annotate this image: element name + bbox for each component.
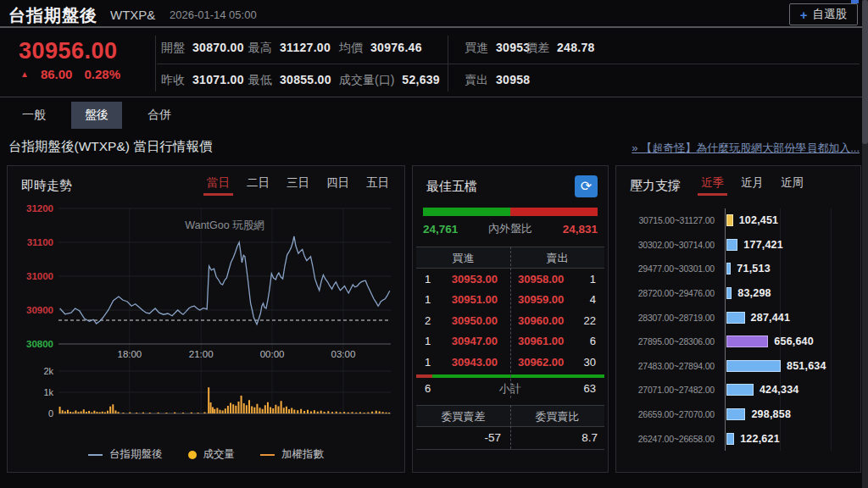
pressure-row: 26247.00~26658.00122,621	[625, 426, 854, 451]
sell-volume: 22	[570, 314, 604, 327]
trend-panel-title: 即時走勢	[21, 178, 72, 194]
pressure-support-panel: 壓力支撐 近季近月近周 30715.00~31127.00102,4513030…	[615, 165, 861, 473]
svg-text:2k: 2k	[43, 366, 53, 376]
promo-link[interactable]: » 【超奇怪】為什麼玩股網大部份學員都加入...	[632, 141, 860, 156]
last-price: 30956.00	[19, 38, 118, 64]
trend-tab-當日[interactable]: 當日	[207, 175, 230, 196]
svg-text:03:00: 03:00	[331, 349, 356, 359]
quote-field-prev-close: 昨收31071.00	[161, 73, 244, 88]
trend-chart: 3120031100310003090030800WantGoo 玩股網18:0…	[9, 200, 403, 422]
tab-合併[interactable]: 合併	[134, 102, 185, 129]
svg-text:31000: 31000	[26, 271, 53, 281]
buy-volume: 2	[416, 314, 445, 327]
bid-label: 買進	[465, 41, 488, 54]
sell-price: 30958.00	[508, 273, 570, 286]
up-triangle-icon: ▲	[20, 69, 29, 79]
pressure-row: 29477.00~30301.0071,513	[625, 257, 854, 281]
buy-volume: 1	[416, 273, 445, 286]
pressure-row: 28307.00~28719.00287,441	[625, 305, 854, 330]
volume-value: 52,639	[402, 73, 440, 86]
refresh-button[interactable]: ⟳	[575, 175, 598, 197]
sell-price: 30959.00	[508, 293, 570, 306]
legend-label: 台指期盤後	[109, 447, 163, 462]
high-label: 最高	[248, 41, 272, 54]
pressure-row: 26659.00~27070.00298,858	[625, 402, 854, 427]
volume-bar	[726, 384, 754, 396]
svg-text:18:00: 18:00	[117, 349, 142, 359]
add-watchlist-label: 自選股	[813, 7, 848, 22]
pressure-row: 30715.00~31127.00102,451	[625, 208, 854, 233]
pressure-tab-近季[interactable]: 近季	[701, 175, 724, 196]
change-value: 86.00	[41, 67, 73, 81]
outer-ratio-segment	[510, 208, 598, 216]
volume-bar	[726, 239, 737, 251]
quote-field-open: 開盤30870.00	[161, 41, 244, 56]
change-percent: 0.28%	[84, 67, 120, 81]
legend-label: 成交量	[203, 447, 236, 462]
avg-price-label: 均價	[339, 41, 363, 54]
open-label: 開盤	[161, 41, 185, 54]
pressure-row: 27483.00~27894.00851,634	[625, 354, 854, 379]
spread-value: 248.78	[557, 41, 595, 54]
tab-一般[interactable]: 一般	[8, 102, 59, 129]
trend-tab-五日[interactable]: 五日	[366, 175, 389, 196]
avg-price-value: 30976.46	[370, 41, 422, 54]
sell-volume: 30	[570, 356, 604, 369]
price-range-label: 27483.00~27894.00	[625, 361, 715, 371]
inner-ratio-segment	[423, 208, 510, 216]
sell-price: 30960.00	[508, 314, 570, 327]
five-best-panel: 最佳五檔 ⟳ 24,761 內外盤比 24,831 買進 賣出 130953.0…	[412, 165, 609, 473]
pressure-tab-近周[interactable]: 近周	[781, 175, 804, 196]
refresh-icon: ⟳	[581, 179, 592, 193]
legend-item: 台指期盤後	[88, 447, 163, 462]
page-header: 台指期盤後 WTXP& 2026-01-14 05:00 + 自選股	[0, 0, 868, 28]
five-best-title: 最佳五檔	[426, 179, 477, 195]
svg-text:WantGoo 玩股網: WantGoo 玩股網	[185, 219, 264, 231]
scrollbar-thumb[interactable]	[862, 0, 868, 144]
volume-bar	[726, 214, 733, 226]
pressure-row: 30302.00~30714.00177,421	[625, 233, 854, 258]
order-book-table: 買進 賣出 130953.0030958.001130951.0030959.0…	[416, 247, 604, 398]
pressure-period-tabs: 近季近月近周	[701, 175, 804, 196]
diff-header: 委買賣差	[416, 406, 510, 426]
symbol-code: WTXP&	[110, 8, 155, 22]
price-range-label: 28307.00~28719.00	[625, 313, 715, 323]
sell-subtotal: 63	[539, 382, 604, 395]
section-title: 台指期盤後(WTXP&) 當日行情報價	[8, 138, 212, 156]
price-change: ▲ 86.00 0.28%	[20, 67, 120, 81]
scrollbar-track[interactable]	[862, 0, 868, 488]
trend-tab-二日[interactable]: 二日	[247, 175, 270, 196]
volume-value: 177,421	[743, 239, 783, 251]
inner-outer-label: 內外盤比	[488, 221, 532, 236]
realtime-trend-panel: 即時走勢 當日二日三日四日五日 312003110031000309003080…	[7, 165, 405, 473]
trend-tab-四日[interactable]: 四日	[326, 175, 349, 196]
volume-value: 851,634	[787, 360, 826, 372]
add-watchlist-button[interactable]: + 自選股	[789, 3, 858, 25]
quote-field-ask: 賣出30958	[465, 73, 530, 88]
price-range-label: 29477.00~30301.00	[625, 263, 715, 274]
market-session-tabs: 一般盤後合併	[8, 102, 185, 129]
low-value: 30855.00	[280, 73, 331, 86]
price-range-label: 30715.00~31127.00	[625, 215, 715, 225]
tab-盤後[interactable]: 盤後	[71, 102, 122, 129]
quote-field-high: 最高31127.00	[248, 41, 331, 56]
pressure-bars: 30715.00~31127.00102,45130302.00~30714.0…	[625, 208, 854, 451]
svg-text:0: 0	[48, 408, 53, 419]
prev-close-value: 31071.00	[192, 73, 244, 86]
trend-day-tabs: 當日二日三日四日五日	[207, 175, 389, 196]
buy-price: 30951.00	[445, 293, 508, 306]
buy-subtotal: 6	[416, 382, 481, 395]
inner-outer-ratio-bar	[423, 208, 598, 216]
pressure-tab-近月[interactable]: 近月	[741, 175, 764, 196]
svg-text:1k: 1k	[43, 387, 53, 397]
plus-icon: +	[800, 8, 808, 22]
quote-field-spread: 價差248.78	[526, 41, 595, 56]
high-value: 31127.00	[280, 41, 331, 54]
divider	[157, 64, 860, 64]
trend-tab-三日[interactable]: 三日	[287, 175, 309, 196]
sell-volume: 6	[570, 335, 604, 347]
buy-price: 30950.00	[445, 314, 508, 327]
quote-field-avg-price: 均價30976.46	[339, 41, 422, 56]
volume-bar	[726, 312, 745, 324]
line-swatch-icon	[260, 454, 275, 456]
